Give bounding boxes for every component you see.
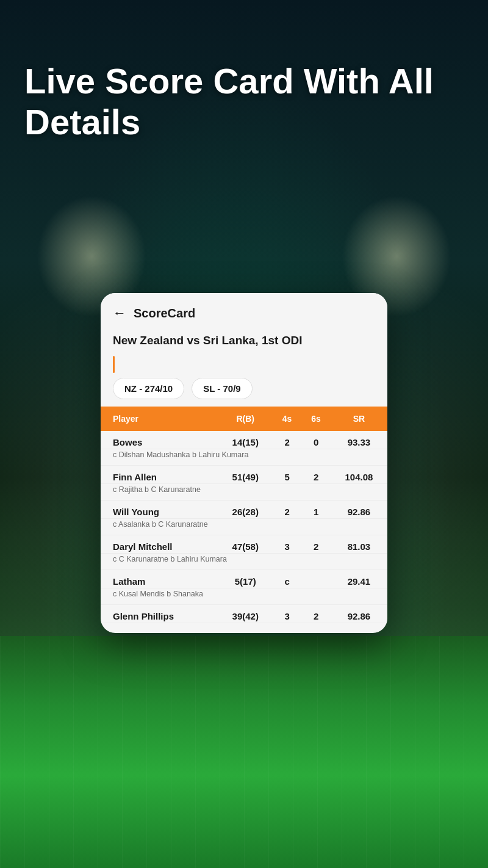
scorecard-title: ScoreCard — [134, 306, 195, 320]
field-lines — [0, 636, 488, 868]
player-rb: 39(42) — [218, 604, 273, 623]
player-dismissal: c Rajitha b C Karunaratne — [101, 483, 387, 500]
card-header: ← ScoreCard — [101, 293, 387, 328]
accent-line — [113, 356, 115, 373]
player-rb: 14(15) — [218, 431, 273, 449]
dismissal-row: c Kusal Mendis b Shanaka — [101, 588, 387, 604]
dismissal-row: c Dilshan Madushanka b Lahiru Kumara — [101, 449, 387, 465]
col-sr: SR — [331, 407, 387, 431]
player-dismissal: c C Karunaratne b Lahiru Kumara — [101, 553, 387, 570]
player-sr: 81.03 — [331, 535, 387, 553]
player-name: Finn Allen — [101, 465, 218, 483]
table-row: Latham 5(17) c 29.41 — [101, 570, 387, 588]
player-dismissal: c Asalanka b C Karunaratne — [101, 518, 387, 535]
player-4s: 3 — [273, 535, 302, 553]
player-rb: 51(49) — [218, 465, 273, 483]
table-row: Glenn Phillips 39(42) 3 2 92.86 — [101, 604, 387, 623]
player-6s: 1 — [301, 500, 331, 518]
score-pills: NZ - 274/10 SL - 70/9 — [101, 378, 387, 407]
player-dismissal: c Dilshan Madushanka b Lahiru Kumara — [101, 449, 387, 465]
scorecard-table: Player R(B) 4s 6s SR Bowes 14(15) 2 0 93… — [101, 407, 387, 623]
player-6s: 0 — [301, 431, 331, 449]
player-name: Glenn Phillips — [101, 604, 218, 623]
player-rb: 5(17) — [218, 570, 273, 588]
col-4s: 4s — [273, 407, 302, 431]
player-4s: 2 — [273, 431, 302, 449]
player-6s — [301, 570, 331, 588]
score-pill-sl: SL - 70/9 — [192, 378, 252, 399]
player-4s: 3 — [273, 604, 302, 623]
col-rb: R(B) — [218, 407, 273, 431]
match-title: New Zealand vs Sri Lanka, 1st ODI — [101, 328, 387, 351]
player-name: Will Young — [101, 500, 218, 518]
player-name: Daryl Mitchell — [101, 535, 218, 553]
scorecard-card: ← ScoreCard New Zealand vs Sri Lanka, 1s… — [101, 293, 387, 633]
player-name: Bowes — [101, 431, 218, 449]
player-dismissal: c Kusal Mendis b Shanaka — [101, 588, 387, 604]
player-6s: 2 — [301, 604, 331, 623]
col-player: Player — [101, 407, 218, 431]
dismissal-row: c Rajitha b C Karunaratne — [101, 483, 387, 500]
player-sr: 104.08 — [331, 465, 387, 483]
score-pill-nz: NZ - 274/10 — [113, 378, 184, 399]
player-sr: 29.41 — [331, 570, 387, 588]
table-row: Will Young 26(28) 2 1 92.86 — [101, 500, 387, 518]
player-name: Latham — [101, 570, 218, 588]
hero-title: Live Score Card With All Details — [24, 61, 451, 142]
player-rb: 47(58) — [218, 535, 273, 553]
player-sr: 92.86 — [331, 500, 387, 518]
dismissal-row: c Asalanka b C Karunaratne — [101, 518, 387, 535]
table-row: Finn Allen 51(49) 5 2 104.08 — [101, 465, 387, 483]
player-rb: 26(28) — [218, 500, 273, 518]
table-header-row: Player R(B) 4s 6s SR — [101, 407, 387, 431]
back-button[interactable]: ← — [113, 305, 126, 321]
player-4s: 2 — [273, 500, 302, 518]
player-sr: 93.33 — [331, 431, 387, 449]
player-6s: 2 — [301, 535, 331, 553]
player-4s: 5 — [273, 465, 302, 483]
player-4s: c — [273, 570, 302, 588]
table-row: Bowes 14(15) 2 0 93.33 — [101, 431, 387, 449]
player-6s: 2 — [301, 465, 331, 483]
table-row: Daryl Mitchell 47(58) 3 2 81.03 — [101, 535, 387, 553]
scorecard-panel: ← ScoreCard New Zealand vs Sri Lanka, 1s… — [101, 293, 387, 633]
col-6s: 6s — [301, 407, 331, 431]
player-sr: 92.86 — [331, 604, 387, 623]
dismissal-row: c C Karunaratne b Lahiru Kumara — [101, 553, 387, 570]
